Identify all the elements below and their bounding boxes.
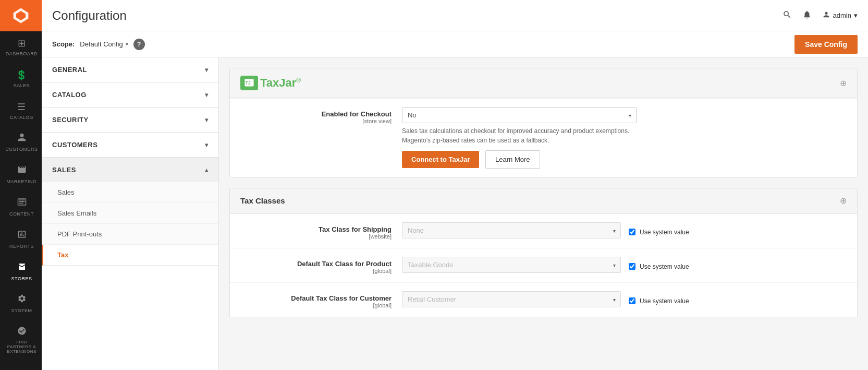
enabled-checkout-row: Enabled for Checkout [store view] No Yes… xyxy=(230,98,857,177)
sidebar-item-label: CONTENT xyxy=(9,211,34,217)
shipping-tax-class-select[interactable]: None xyxy=(402,222,621,238)
left-nav: GENERAL ▾ CATALOG ▾ SECURITY ▾ xyxy=(42,57,219,370)
sidebar-item-dashboard[interactable]: ⊞ DASHBOARD xyxy=(0,31,42,63)
nav-section-label-sales: SALES xyxy=(52,166,76,174)
collapse-icon[interactable]: ⊕ xyxy=(840,78,847,88)
bell-icon[interactable] xyxy=(802,10,812,21)
customer-tax-class-select[interactable]: Retail Customer xyxy=(402,291,621,307)
chevron-down-icon: ▾ xyxy=(205,91,209,99)
svg-text:TJ: TJ xyxy=(246,80,251,86)
tax-classes-header: Tax Classes ⊕ xyxy=(230,188,857,213)
scope-select[interactable]: Default Config ▾ xyxy=(80,40,128,48)
main-area: Configuration admin ▾ Scope: Default Con… xyxy=(42,0,868,370)
product-tax-class-content: Taxable Goods ▾ Use system value xyxy=(402,257,841,273)
sidebar-item-reports[interactable]: REPORTS xyxy=(0,223,42,256)
scope-left: Scope: Default Config ▾ ? xyxy=(52,39,145,50)
nav-section-header-general[interactable]: GENERAL ▾ xyxy=(42,57,218,82)
shipping-tax-class-content: None ▾ Use system value xyxy=(402,222,841,238)
sidebar-item-marketing[interactable]: MARKETING xyxy=(0,159,42,191)
product-tax-class-select[interactable]: Taxable Goods xyxy=(402,257,621,273)
nav-section-label-catalog: CATALOG xyxy=(52,91,87,99)
shipping-use-system: Use system value xyxy=(629,229,689,236)
sidebar-item-customers[interactable]: CUSTOMERS xyxy=(0,126,42,159)
sidebar: ⊞ DASHBOARD 💲 SALES ☰ CATALOG CUSTOMERS … xyxy=(0,0,42,370)
system-icon xyxy=(17,294,27,306)
learn-more-button[interactable]: Learn More xyxy=(485,150,540,169)
nav-sub-item-pdf-print-outs[interactable]: PDF Print-outs xyxy=(42,224,218,245)
nav-section-label-security: SECURITY xyxy=(52,116,89,124)
enabled-select-wrapper: No Yes ▾ xyxy=(402,107,637,123)
page-title: Configuration xyxy=(52,8,127,23)
nav-sub-item-sales[interactable]: Sales xyxy=(42,182,218,203)
shipping-use-system-checkbox[interactable] xyxy=(629,229,635,235)
catalog-icon: ☰ xyxy=(17,101,26,113)
content-icon xyxy=(17,197,27,209)
save-config-button[interactable]: Save Config xyxy=(794,35,858,54)
customer-use-system-checkbox[interactable] xyxy=(629,297,635,304)
connect-taxjar-button[interactable]: Connect to TaxJar xyxy=(402,151,479,168)
sidebar-item-label: MARKETING xyxy=(6,179,36,185)
customer-tax-class-content: Retail Customer ▾ Use system value xyxy=(402,291,841,307)
product-use-system: Use system value xyxy=(629,263,689,270)
enabled-checkout-note: Sales tax calculations at checkout for i… xyxy=(402,126,637,145)
sidebar-item-catalog[interactable]: ☰ CATALOG xyxy=(0,95,42,127)
find-partners-icon xyxy=(17,326,27,338)
nav-section-header-catalog[interactable]: CATALOG ▾ xyxy=(42,82,218,107)
taxjar-section: TJ TaxJar® ⊕ Enabled for Checkout [store… xyxy=(229,68,858,177)
nav-section-catalog: CATALOG ▾ xyxy=(42,82,218,108)
shipping-tax-class-row: Tax Class for Shipping [website] None ▾ xyxy=(230,213,857,248)
scope-chevron-icon: ▾ xyxy=(126,41,128,47)
scope-label: Scope: xyxy=(52,40,75,48)
shipping-select-wrapper: None ▾ xyxy=(402,222,621,238)
collapse-icon[interactable]: ⊕ xyxy=(840,196,847,206)
product-use-system-label: Use system value xyxy=(640,263,689,270)
sales-icon: 💲 xyxy=(16,69,28,81)
sidebar-item-sales[interactable]: 💲 SALES xyxy=(0,63,42,95)
admin-label: admin xyxy=(833,11,851,19)
nav-sub-item-tax[interactable]: Tax xyxy=(42,245,218,266)
enabled-checkout-content: No Yes ▾ Sales tax calculations at check… xyxy=(402,107,841,169)
logo[interactable] xyxy=(0,0,42,31)
nav-section-customers: CUSTOMERS ▾ xyxy=(42,133,218,158)
product-use-system-checkbox[interactable] xyxy=(629,263,635,270)
top-header: Configuration admin ▾ xyxy=(42,0,868,31)
sidebar-item-label: REPORTS xyxy=(9,244,34,249)
chevron-down-icon: ▾ xyxy=(205,116,209,124)
customer-tax-class-label: Default Tax Class for Customer [global] xyxy=(246,291,402,308)
stores-icon xyxy=(17,262,27,274)
marketing-icon xyxy=(17,165,27,177)
shipping-tax-class-label: Tax Class for Shipping [website] xyxy=(246,222,402,240)
sidebar-item-label: SYSTEM xyxy=(11,308,32,314)
header-actions: admin ▾ xyxy=(783,10,858,21)
nav-sub-item-sales-emails[interactable]: Sales Emails xyxy=(42,203,218,224)
tax-classes-title: Tax Classes xyxy=(240,196,285,205)
sidebar-item-find-partners[interactable]: FIND PARTNERS & EXTENSIONS xyxy=(0,320,42,360)
enabled-checkout-select[interactable]: No Yes xyxy=(402,107,637,123)
taxjar-icon: TJ xyxy=(240,76,258,90)
nav-section-header-sales[interactable]: SALES ▴ xyxy=(42,158,218,182)
taxjar-logo: TJ TaxJar® xyxy=(240,76,301,90)
chevron-up-icon: ▴ xyxy=(205,166,209,174)
sidebar-item-stores[interactable]: STORES xyxy=(0,256,42,288)
scope-bar: Scope: Default Config ▾ ? Save Config xyxy=(42,31,868,57)
taxjar-section-header: TJ TaxJar® ⊕ xyxy=(230,68,857,98)
admin-user[interactable]: admin ▾ xyxy=(822,10,858,20)
reports-icon xyxy=(17,230,27,242)
nav-section-header-customers[interactable]: CUSTOMERS ▾ xyxy=(42,133,218,157)
product-select-wrapper: Taxable Goods ▾ xyxy=(402,257,621,273)
enabled-checkout-label: Enabled for Checkout [store view] xyxy=(246,107,402,124)
dashboard-icon: ⊞ xyxy=(18,38,26,49)
shipping-select-group: None ▾ Use system value xyxy=(402,222,841,238)
help-icon[interactable]: ? xyxy=(133,39,145,50)
customer-use-system: Use system value xyxy=(629,297,689,305)
nav-section-header-security[interactable]: SECURITY ▾ xyxy=(42,108,218,132)
sidebar-item-label: FIND PARTNERS & EXTENSIONS xyxy=(4,340,40,354)
sidebar-item-system[interactable]: SYSTEM xyxy=(0,288,42,320)
sidebar-item-content[interactable]: CONTENT xyxy=(0,191,42,223)
customer-select-group: Retail Customer ▾ Use system value xyxy=(402,291,841,307)
nav-section-general: GENERAL ▾ xyxy=(42,57,218,82)
search-icon[interactable] xyxy=(783,10,792,21)
nav-sub-items-sales: Sales Sales Emails PDF Print-outs Tax xyxy=(42,182,218,266)
tax-classes-section: Tax Classes ⊕ Tax Class for Shipping [we… xyxy=(229,188,858,317)
sidebar-item-label: STORES xyxy=(11,276,32,282)
